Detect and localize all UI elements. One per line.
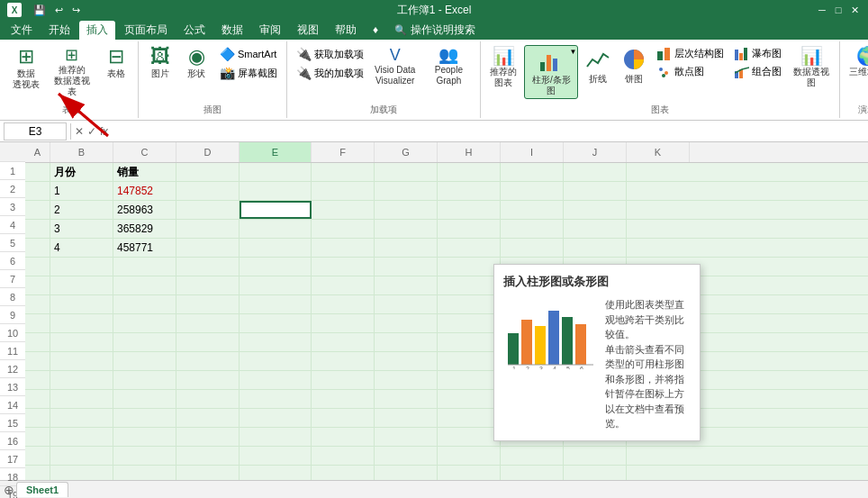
menu-help[interactable]: 帮助 (328, 21, 364, 40)
cell-f2[interactable] (312, 182, 375, 200)
cell-7[interactable] (176, 276, 240, 294)
cell-12[interactable] (438, 371, 501, 389)
cell-e3-selected[interactable] (240, 201, 312, 219)
add-sheet-btn[interactable]: ⊕ (4, 483, 14, 497)
3d-map-btn[interactable]: 🌍 三维地图 (845, 45, 868, 79)
cell-c2[interactable]: 147852 (113, 182, 176, 200)
cell-12[interactable] (176, 371, 240, 389)
maximize-btn[interactable]: □ (832, 4, 845, 16)
menu-search[interactable]: 🔍 操作说明搜索 (387, 21, 483, 40)
cell-b1[interactable]: 月份 (50, 163, 113, 181)
cell-f3[interactable] (312, 201, 375, 219)
cell-14[interactable] (176, 409, 240, 427)
cell-6[interactable] (312, 258, 375, 276)
cell-9[interactable] (240, 314, 312, 332)
row-14[interactable]: 14 (0, 396, 25, 414)
cell-8[interactable] (50, 295, 113, 313)
cell-11[interactable] (438, 352, 501, 370)
cell-16[interactable] (240, 447, 312, 465)
cell-7[interactable] (438, 276, 501, 294)
cell-14[interactable] (25, 409, 50, 427)
cell-i3[interactable] (501, 201, 564, 219)
cell-6[interactable] (240, 258, 312, 276)
cell-8[interactable] (240, 295, 312, 313)
cell-g4[interactable] (375, 220, 438, 238)
col-g-header[interactable]: G (375, 142, 438, 162)
cell-d1[interactable] (176, 163, 240, 181)
cell-c4[interactable]: 365829 (113, 220, 176, 238)
col-b-header[interactable]: B (50, 142, 113, 162)
cell-11[interactable] (25, 352, 50, 370)
cancel-formula-icon[interactable]: ✕ (75, 125, 84, 138)
minimize-btn[interactable]: ─ (816, 4, 828, 16)
screenshot-btn[interactable]: 📸 屏幕截图 (216, 64, 281, 82)
cell-17[interactable] (438, 466, 501, 480)
col-c-header[interactable]: C (113, 142, 176, 162)
cell-9[interactable] (312, 314, 375, 332)
col-k-header[interactable]: K (627, 142, 690, 162)
cell-9[interactable] (176, 314, 240, 332)
cell-13[interactable] (240, 390, 312, 408)
cell-g3[interactable] (375, 201, 438, 219)
get-addins-btn[interactable]: 🔌 获取加载项 (293, 45, 367, 63)
cell-14[interactable] (240, 409, 312, 427)
recommended-charts-btn[interactable]: 📊 推荐的图表 (486, 45, 520, 90)
cell-15[interactable] (312, 428, 375, 446)
cell-17[interactable] (176, 466, 240, 480)
cell-8[interactable] (438, 295, 501, 313)
cell-h1[interactable] (438, 163, 501, 181)
cell-d5[interactable] (176, 239, 240, 257)
cell-11[interactable] (312, 352, 375, 370)
pie-chart-btn[interactable]: 饼图 (618, 45, 650, 86)
smartart-btn[interactable]: 🔷 SmartArt (216, 45, 281, 63)
cell-11[interactable] (50, 352, 113, 370)
row-13[interactable]: 13 (0, 378, 25, 396)
cell-16[interactable] (50, 447, 113, 465)
row-8[interactable]: 8 (0, 288, 25, 306)
cell-15[interactable] (113, 428, 176, 446)
cell-e1[interactable] (240, 163, 312, 181)
cell-11[interactable] (113, 352, 176, 370)
cell-i4[interactable] (501, 220, 564, 238)
cell-16[interactable] (501, 447, 564, 465)
cell-10[interactable] (25, 333, 50, 351)
cell-13[interactable] (438, 390, 501, 408)
cell-9[interactable] (113, 314, 176, 332)
cell-c3[interactable]: 258963 (113, 201, 176, 219)
picture-btn[interactable]: 🖼 图片 (144, 45, 176, 81)
cell-d3[interactable] (176, 201, 240, 219)
cell-i2[interactable] (501, 182, 564, 200)
column-chart-btn[interactable]: 柱形/条形图 ▼ (524, 45, 578, 99)
cell-15[interactable] (438, 428, 501, 446)
row-10[interactable]: 10 (0, 324, 25, 342)
cell-i1[interactable] (501, 163, 564, 181)
cell-8[interactable] (375, 295, 438, 313)
cell-17[interactable] (312, 466, 375, 480)
cell-9[interactable] (375, 314, 438, 332)
line-chart-btn[interactable]: 折线 (582, 45, 614, 86)
cell-7[interactable] (312, 276, 375, 294)
cell-16[interactable] (375, 447, 438, 465)
menu-layout[interactable]: 页面布局 (117, 21, 175, 40)
cell-h2[interactable] (438, 182, 501, 200)
cell-12[interactable] (312, 371, 375, 389)
redo-quick-btn[interactable]: ↪ (69, 4, 83, 17)
cell-10[interactable] (312, 333, 375, 351)
cell-a4[interactable] (25, 220, 50, 238)
scatter-chart-btn[interactable]: 散点图 (654, 63, 728, 80)
cell-a5[interactable] (25, 239, 50, 257)
cell-j3[interactable] (564, 201, 627, 219)
menu-file[interactable]: 文件 (4, 21, 40, 40)
cell-11[interactable] (240, 352, 312, 370)
cell-17[interactable] (375, 466, 438, 480)
cell-12[interactable] (240, 371, 312, 389)
cell-17[interactable] (240, 466, 312, 480)
cell-7[interactable] (375, 276, 438, 294)
cell-6[interactable] (375, 258, 438, 276)
cell-13[interactable] (113, 390, 176, 408)
combo-chart-btn[interactable]: 组合图 (731, 63, 785, 80)
insert-function-icon[interactable]: fx (100, 125, 108, 138)
cell-d2[interactable] (176, 182, 240, 200)
confirm-formula-icon[interactable]: ✓ (87, 125, 96, 138)
table-btn[interactable]: ⊟ 表格 (100, 45, 132, 81)
